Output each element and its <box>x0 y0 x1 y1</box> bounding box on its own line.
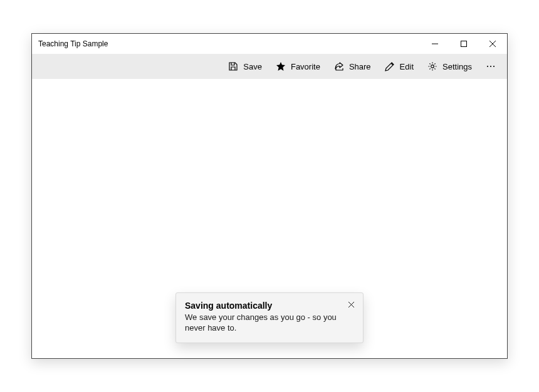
titlebar: Teaching Tip Sample <box>32 34 507 54</box>
edit-button[interactable]: Edit <box>379 58 420 75</box>
teaching-tip: Saving automatically We save your change… <box>175 292 364 343</box>
save-button[interactable]: Save <box>222 58 268 75</box>
app-window: Teaching Tip Sample Save Favorite <box>31 33 508 359</box>
svg-point-4 <box>493 66 495 67</box>
close-icon <box>348 302 354 307</box>
minimize-icon <box>432 41 438 47</box>
svg-point-1 <box>431 65 434 68</box>
svg-point-3 <box>490 66 491 67</box>
settings-label: Settings <box>442 62 472 71</box>
settings-button[interactable]: Settings <box>421 58 478 75</box>
close-icon <box>489 41 496 47</box>
maximize-icon <box>461 41 467 47</box>
share-icon <box>334 61 344 71</box>
favorite-button[interactable]: Favorite <box>270 58 327 75</box>
edit-icon <box>385 61 395 71</box>
share-label: Share <box>349 62 371 71</box>
star-icon <box>276 61 286 71</box>
close-button[interactable] <box>478 34 507 54</box>
share-button[interactable]: Share <box>328 58 377 75</box>
tip-close-button[interactable] <box>345 299 357 311</box>
edit-label: Edit <box>400 62 414 71</box>
svg-point-2 <box>487 66 488 67</box>
save-label: Save <box>243 62 262 71</box>
save-icon <box>228 61 238 71</box>
tip-body: We save your changes as you go - so you … <box>185 312 354 334</box>
maximize-button[interactable] <box>449 34 478 54</box>
window-controls <box>421 34 507 54</box>
more-button[interactable] <box>479 56 502 76</box>
tip-header: Saving automatically <box>185 301 354 311</box>
svg-rect-0 <box>461 41 467 47</box>
minimize-button[interactable] <box>421 34 449 54</box>
window-title: Teaching Tip Sample <box>38 39 108 48</box>
content-area: Saving automatically We save your change… <box>32 79 507 358</box>
command-bar: Save Favorite Share Edit Settings <box>32 54 507 79</box>
gear-icon <box>427 61 437 71</box>
favorite-label: Favorite <box>291 62 320 71</box>
more-icon <box>486 61 496 71</box>
tip-title: Saving automatically <box>185 301 272 311</box>
